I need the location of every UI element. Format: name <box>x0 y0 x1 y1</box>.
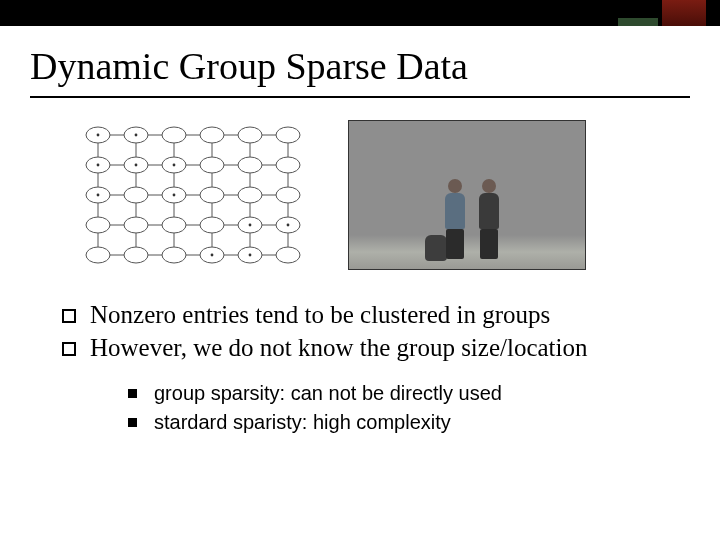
svg-point-28 <box>276 187 300 203</box>
bullet-item: Nonzero entries tend to be clustered in … <box>62 300 720 331</box>
svg-point-22 <box>276 157 300 173</box>
svg-point-29 <box>86 217 110 233</box>
sub-bullet-list: group sparsity: can not be directly used… <box>128 379 720 437</box>
svg-point-21 <box>238 157 262 173</box>
svg-point-24 <box>124 187 148 203</box>
sub-bullet-item: group sparsity: can not be directly used <box>128 379 720 408</box>
accent-block-green <box>618 18 658 26</box>
svg-point-16 <box>276 127 300 143</box>
svg-point-30 <box>124 217 148 233</box>
svg-point-44 <box>135 164 138 167</box>
mrf-grid-figure <box>78 120 308 270</box>
slide-top-bar <box>0 0 720 26</box>
svg-point-40 <box>276 247 300 263</box>
svg-point-14 <box>200 127 224 143</box>
svg-point-26 <box>200 187 224 203</box>
svg-point-13 <box>162 127 186 143</box>
main-bullet-list: Nonzero entries tend to be clustered in … <box>62 300 720 363</box>
photo-person-right <box>479 179 499 259</box>
svg-point-48 <box>249 224 252 227</box>
svg-point-27 <box>238 187 262 203</box>
svg-point-50 <box>211 254 214 257</box>
svg-point-43 <box>97 164 100 167</box>
photo-bag <box>425 235 447 261</box>
svg-point-49 <box>287 224 290 227</box>
svg-point-42 <box>135 134 138 137</box>
svg-point-51 <box>249 254 252 257</box>
svg-point-35 <box>86 247 110 263</box>
photo-person-left <box>445 179 465 259</box>
svg-point-36 <box>124 247 148 263</box>
svg-point-15 <box>238 127 262 143</box>
svg-point-37 <box>162 247 186 263</box>
title-underline <box>30 96 690 98</box>
sub-bullet-item: stardard sparisty: high complexity <box>128 408 720 437</box>
accent-block-red <box>662 0 706 26</box>
svg-point-47 <box>173 194 176 197</box>
bullet-item: However, we do not know the group size/l… <box>62 333 720 364</box>
svg-point-32 <box>200 217 224 233</box>
svg-point-20 <box>200 157 224 173</box>
svg-point-31 <box>162 217 186 233</box>
svg-point-45 <box>173 164 176 167</box>
photo-ground <box>349 235 585 269</box>
figure-row <box>78 120 720 270</box>
svg-point-46 <box>97 194 100 197</box>
svg-point-41 <box>97 134 100 137</box>
slide-title: Dynamic Group Sparse Data <box>30 44 720 88</box>
mrf-grid-svg <box>78 120 308 270</box>
pedestrian-photo-figure <box>348 120 586 270</box>
